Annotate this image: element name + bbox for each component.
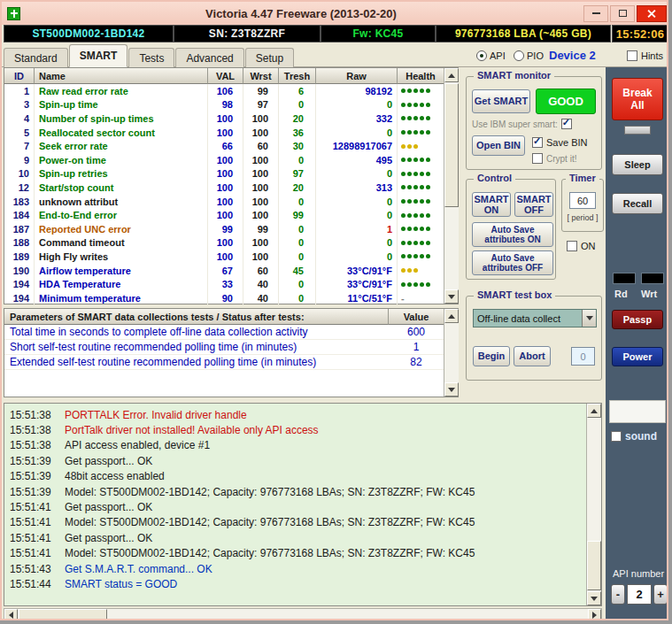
sound-checkbox-row[interactable]: sound — [611, 430, 657, 443]
smart-row[interactable]: 194Minimum temperature9040011°C/51°F- — [4, 291, 444, 305]
test-type-dropdown[interactable]: Off-line data collect — [473, 309, 597, 327]
timer-on-checkbox[interactable] — [567, 241, 577, 251]
maximize-button[interactable] — [610, 5, 635, 22]
api-number-increment-button[interactable]: + — [653, 584, 668, 605]
smart-row[interactable]: 10Spin-up retries100100970 — [4, 167, 444, 181]
smart-off-button[interactable]: SMART OFF — [514, 192, 553, 217]
smart-params-table: Parameters of SMART data collections tes… — [4, 308, 459, 397]
minimize-button[interactable] — [583, 5, 608, 22]
test-counter-field[interactable] — [571, 347, 595, 366]
smart-table-scrollbar[interactable] — [444, 68, 459, 304]
log-line: 15:51:39Model: ST500DM002-1BD142; Capaci… — [10, 484, 586, 499]
param-row[interactable]: Extended self-test routine recommended p… — [4, 355, 444, 370]
smart-row[interactable]: 184End-to-End error100100990 — [4, 208, 444, 222]
read-led — [613, 273, 636, 284]
params-body: Total time in seconds to complete off-li… — [4, 325, 444, 370]
header-wrst[interactable]: Wrst — [243, 68, 279, 84]
sleep-button[interactable]: Sleep — [612, 154, 663, 175]
header-health[interactable]: Health — [398, 68, 444, 84]
tab-setup[interactable]: Setup — [245, 48, 294, 67]
titlebar[interactable]: Victoria 4.47 Freeware (2013-02-20) — [2, 2, 668, 25]
smart-test-group: SMART test box Off-line data collect Beg… — [466, 296, 602, 381]
hints-checkbox[interactable] — [627, 50, 637, 61]
crypt-checkbox-row[interactable]: Crypt it! — [532, 153, 576, 164]
scroll-up-button[interactable] — [444, 309, 459, 323]
timer-input[interactable] — [569, 192, 596, 209]
tab-bar: Standard SMART Tests Advanced Setup API … — [2, 42, 668, 67]
ibm-smart-checkbox[interactable] — [561, 119, 572, 129]
header-raw[interactable]: Raw — [316, 68, 398, 84]
log-horizontal-scrollbar[interactable] — [4, 608, 602, 620]
power-button[interactable]: Power — [612, 347, 663, 366]
begin-test-button[interactable]: Begin — [473, 346, 510, 366]
param-row[interactable]: Total time in seconds to complete off-li… — [4, 325, 444, 340]
smart-row[interactable]: 3Spin-up time989700 — [4, 98, 444, 112]
tab-tests[interactable]: Tests — [128, 48, 174, 67]
scroll-thumb[interactable] — [19, 609, 107, 620]
maximize-icon — [619, 10, 627, 17]
autosave-on-button[interactable]: Auto Save attributes ON — [472, 222, 553, 247]
scroll-up-button[interactable] — [444, 68, 459, 82]
scroll-down-button[interactable] — [587, 591, 601, 605]
hints-checkbox-row[interactable]: Hints — [627, 50, 663, 61]
scroll-up-button[interactable] — [587, 404, 601, 418]
smart-row[interactable]: 9Power-on time1001000495 — [4, 153, 444, 167]
smart-test-title: SMART test box — [474, 289, 555, 300]
close-icon — [647, 9, 656, 18]
tab-standard[interactable]: Standard — [4, 48, 68, 67]
get-smart-button[interactable]: Get SMART — [472, 89, 530, 113]
smart-row[interactable]: 194HDA Temperature3340033°C/91°F — [4, 277, 444, 291]
save-bin-checkbox[interactable] — [532, 137, 543, 148]
smart-row[interactable]: 7Seek error rate66603012898917067 — [4, 139, 444, 153]
header-name[interactable]: Name — [35, 68, 208, 84]
clock: 15:52:06 — [612, 25, 668, 42]
header-id[interactable]: ID — [4, 68, 35, 84]
arrow-right-icon — [592, 612, 600, 619]
log-scrollbar[interactable] — [586, 404, 601, 605]
health-dots — [398, 139, 444, 153]
save-bin-checkbox-row[interactable]: Save BIN — [532, 137, 587, 148]
sound-checkbox[interactable] — [611, 431, 622, 442]
close-button[interactable] — [637, 5, 667, 22]
smart-on-button[interactable]: SMART ON — [472, 192, 511, 217]
health-dots — [398, 250, 444, 264]
tab-advanced[interactable]: Advanced — [175, 48, 243, 67]
scroll-down-button[interactable] — [444, 289, 459, 304]
smart-row[interactable]: 12Start/stop count10010020313 — [4, 181, 444, 195]
passport-button[interactable]: Passp — [612, 310, 663, 329]
api-radio[interactable]: API — [476, 50, 506, 61]
recall-button[interactable]: Recall — [612, 193, 663, 214]
smart-row[interactable]: 5Reallocated sector count100100360 — [4, 126, 444, 140]
api-number-decrement-button[interactable]: - — [611, 584, 625, 605]
abort-test-button[interactable]: Abort — [514, 346, 551, 366]
tab-smart[interactable]: SMART — [69, 44, 128, 67]
header-val[interactable]: VAL — [208, 68, 243, 84]
open-bin-button[interactable]: Open BIN — [472, 135, 525, 156]
pio-radio[interactable]: PIO — [514, 50, 544, 61]
smart-row[interactable]: 183unknown attribut10010000 — [4, 195, 444, 209]
test-type-selected: Off-line data collect — [474, 313, 582, 324]
smart-row[interactable]: 4Number of spin-up times10010020332 — [4, 112, 444, 126]
smart-row[interactable]: 190Airflow temperature67604533°C/91°F — [4, 264, 444, 278]
scroll-thumb[interactable] — [587, 541, 601, 590]
hints-label: Hints — [641, 50, 663, 61]
log-panel[interactable]: 15:51:38PORTTALK Error. Invalid driver h… — [4, 403, 602, 606]
crypt-checkbox[interactable] — [532, 153, 543, 164]
smart-row[interactable]: 188Command timeout10010000 — [4, 236, 444, 250]
log-line: 15:51:39Get passport... OK — [10, 453, 586, 468]
timer-on-checkbox-row[interactable]: ON — [567, 241, 596, 251]
param-row[interactable]: Short self-test routine recommended poll… — [4, 340, 444, 355]
dropdown-button[interactable] — [582, 310, 596, 327]
scroll-thumb[interactable] — [444, 83, 459, 207]
break-all-button[interactable]: Break All — [612, 78, 663, 120]
scroll-right-button[interactable] — [588, 609, 601, 620]
scroll-left-button[interactable] — [4, 609, 18, 620]
smart-row[interactable]: 189High Fly writes10010000 — [4, 250, 444, 264]
header-tresh[interactable]: Tresh — [279, 68, 316, 84]
autosave-off-button[interactable]: Auto Save attributes OFF — [472, 250, 553, 275]
scroll-down-button[interactable] — [444, 382, 459, 397]
ibm-smart-checkbox-row[interactable]: Use IBM super smart: — [472, 119, 572, 129]
params-scrollbar[interactable] — [444, 309, 459, 397]
smart-row[interactable]: 1Raw read error rate10699698192 — [4, 84, 444, 98]
smart-row[interactable]: 187Reported UNC error999901 — [4, 222, 444, 236]
